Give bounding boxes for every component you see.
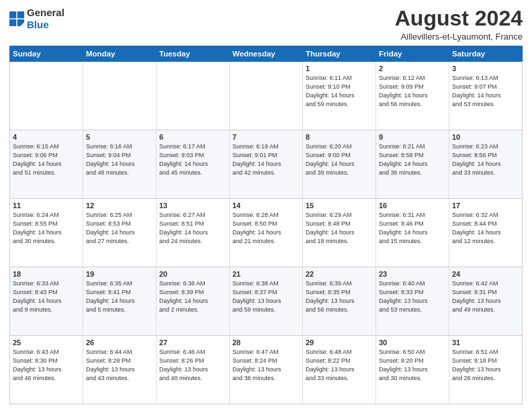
- day-info: Sunrise: 6:35 AM Sunset: 8:41 PM Dayligh…: [86, 279, 153, 314]
- page: General Blue August 2024 Aillevillers-et…: [0, 0, 532, 411]
- table-row: [230, 62, 303, 130]
- day-info: Sunrise: 6:33 AM Sunset: 8:43 PM Dayligh…: [13, 279, 80, 314]
- day-number: 30: [379, 338, 446, 347]
- table-row: 7Sunrise: 6:19 AM Sunset: 9:01 PM Daylig…: [230, 130, 303, 199]
- day-info: Sunrise: 6:27 AM Sunset: 8:51 PM Dayligh…: [159, 211, 226, 246]
- day-info: Sunrise: 6:25 AM Sunset: 8:53 PM Dayligh…: [86, 211, 153, 246]
- day-number: 23: [379, 270, 446, 278]
- col-tuesday: Tuesday: [157, 46, 230, 62]
- day-info: Sunrise: 6:46 AM Sunset: 8:26 PM Dayligh…: [159, 348, 226, 383]
- table-row: 21Sunrise: 6:38 AM Sunset: 8:37 PM Dayli…: [230, 267, 303, 336]
- day-info: Sunrise: 6:16 AM Sunset: 9:04 PM Dayligh…: [86, 142, 153, 177]
- logo: General Blue: [9, 7, 64, 31]
- table-row: 15Sunrise: 6:29 AM Sunset: 8:48 PM Dayli…: [303, 199, 376, 267]
- table-row: 2Sunrise: 6:12 AM Sunset: 9:09 PM Daylig…: [376, 62, 449, 130]
- table-row: 24Sunrise: 6:42 AM Sunset: 8:31 PM Dayli…: [449, 267, 523, 336]
- calendar-week-row: 11Sunrise: 6:24 AM Sunset: 8:55 PM Dayli…: [10, 199, 523, 267]
- title-block: August 2024 Aillevillers-et-Lyaumont, Fr…: [395, 7, 523, 42]
- col-wednesday: Wednesday: [230, 46, 303, 62]
- day-number: 3: [452, 64, 519, 73]
- col-saturday: Saturday: [449, 46, 523, 62]
- table-row: 12Sunrise: 6:25 AM Sunset: 8:53 PM Dayli…: [83, 199, 157, 267]
- day-number: 2: [379, 64, 446, 73]
- table-row: 17Sunrise: 6:32 AM Sunset: 8:44 PM Dayli…: [449, 199, 523, 267]
- calendar-week-row: 1Sunrise: 6:11 AM Sunset: 9:10 PM Daylig…: [10, 62, 523, 130]
- day-number: 29: [306, 338, 373, 347]
- day-number: 13: [159, 201, 226, 210]
- day-info: Sunrise: 6:20 AM Sunset: 9:00 PM Dayligh…: [306, 142, 373, 177]
- header: General Blue August 2024 Aillevillers-et…: [9, 7, 523, 42]
- table-row: 18Sunrise: 6:33 AM Sunset: 8:43 PM Dayli…: [10, 267, 83, 336]
- day-info: Sunrise: 6:42 AM Sunset: 8:31 PM Dayligh…: [452, 279, 519, 314]
- table-row: 5Sunrise: 6:16 AM Sunset: 9:04 PM Daylig…: [83, 130, 157, 199]
- day-info: Sunrise: 6:21 AM Sunset: 8:58 PM Dayligh…: [379, 142, 446, 177]
- day-number: 17: [452, 201, 519, 210]
- logo-general: General: [27, 7, 64, 18]
- table-row: 14Sunrise: 6:28 AM Sunset: 8:50 PM Dayli…: [230, 199, 303, 267]
- day-number: 12: [86, 201, 153, 210]
- table-row: [157, 62, 230, 130]
- day-number: 1: [306, 64, 373, 73]
- day-number: 27: [159, 338, 226, 347]
- col-monday: Monday: [83, 46, 157, 62]
- day-info: Sunrise: 6:15 AM Sunset: 9:06 PM Dayligh…: [13, 142, 80, 177]
- day-info: Sunrise: 6:17 AM Sunset: 9:03 PM Dayligh…: [159, 142, 226, 177]
- table-row: 13Sunrise: 6:27 AM Sunset: 8:51 PM Dayli…: [157, 199, 230, 267]
- day-number: 9: [379, 133, 446, 141]
- day-number: 6: [159, 133, 226, 141]
- day-info: Sunrise: 6:23 AM Sunset: 8:56 PM Dayligh…: [452, 142, 519, 177]
- day-info: Sunrise: 6:31 AM Sunset: 8:46 PM Dayligh…: [379, 211, 446, 246]
- table-row: 31Sunrise: 6:51 AM Sunset: 8:18 PM Dayli…: [449, 336, 523, 404]
- day-number: 20: [159, 270, 226, 278]
- col-thursday: Thursday: [303, 46, 376, 62]
- table-row: 9Sunrise: 6:21 AM Sunset: 8:58 PM Daylig…: [376, 130, 449, 199]
- day-number: 22: [306, 270, 373, 278]
- table-row: 30Sunrise: 6:50 AM Sunset: 8:20 PM Dayli…: [376, 336, 449, 404]
- day-number: 4: [13, 133, 80, 141]
- calendar-week-row: 25Sunrise: 6:43 AM Sunset: 8:30 PM Dayli…: [10, 336, 523, 404]
- day-info: Sunrise: 6:51 AM Sunset: 8:18 PM Dayligh…: [452, 348, 519, 383]
- day-number: 31: [452, 338, 519, 347]
- month-year: August 2024: [395, 7, 523, 30]
- table-row: 23Sunrise: 6:40 AM Sunset: 8:33 PM Dayli…: [376, 267, 449, 336]
- day-number: 26: [86, 338, 153, 347]
- logo-blue: Blue: [27, 19, 49, 30]
- day-info: Sunrise: 6:48 AM Sunset: 8:22 PM Dayligh…: [306, 348, 373, 383]
- day-number: 18: [13, 270, 80, 278]
- day-number: 7: [232, 133, 300, 141]
- logo-text: General Blue: [27, 7, 64, 31]
- table-row: 6Sunrise: 6:17 AM Sunset: 9:03 PM Daylig…: [157, 130, 230, 199]
- table-row: 8Sunrise: 6:20 AM Sunset: 9:00 PM Daylig…: [303, 130, 376, 199]
- table-row: 3Sunrise: 6:13 AM Sunset: 9:07 PM Daylig…: [449, 62, 523, 130]
- day-info: Sunrise: 6:47 AM Sunset: 8:24 PM Dayligh…: [232, 348, 300, 383]
- calendar-header-row: Sunday Monday Tuesday Wednesday Thursday…: [10, 46, 523, 62]
- day-number: 8: [306, 133, 373, 141]
- location: Aillevillers-et-Lyaumont, France: [395, 32, 523, 42]
- day-info: Sunrise: 6:11 AM Sunset: 9:10 PM Dayligh…: [306, 74, 373, 109]
- day-number: 14: [232, 201, 300, 210]
- day-info: Sunrise: 6:28 AM Sunset: 8:50 PM Dayligh…: [232, 211, 300, 246]
- calendar-week-row: 18Sunrise: 6:33 AM Sunset: 8:43 PM Dayli…: [10, 267, 523, 336]
- table-row: 25Sunrise: 6:43 AM Sunset: 8:30 PM Dayli…: [10, 336, 83, 404]
- table-row: 1Sunrise: 6:11 AM Sunset: 9:10 PM Daylig…: [303, 62, 376, 130]
- day-info: Sunrise: 6:32 AM Sunset: 8:44 PM Dayligh…: [452, 211, 519, 246]
- logo-icon: [9, 11, 24, 26]
- svg-rect-2: [9, 19, 16, 26]
- table-row: 28Sunrise: 6:47 AM Sunset: 8:24 PM Dayli…: [230, 336, 303, 404]
- svg-rect-0: [9, 11, 16, 18]
- calendar: Sunday Monday Tuesday Wednesday Thursday…: [9, 46, 523, 404]
- table-row: [10, 62, 83, 130]
- calendar-week-row: 4Sunrise: 6:15 AM Sunset: 9:06 PM Daylig…: [10, 130, 523, 199]
- day-number: 16: [379, 201, 446, 210]
- day-number: 5: [86, 133, 153, 141]
- day-info: Sunrise: 6:38 AM Sunset: 8:37 PM Dayligh…: [232, 279, 300, 314]
- svg-rect-1: [17, 11, 24, 18]
- day-info: Sunrise: 6:40 AM Sunset: 8:33 PM Dayligh…: [379, 279, 446, 314]
- day-number: 25: [13, 338, 80, 347]
- day-info: Sunrise: 6:19 AM Sunset: 9:01 PM Dayligh…: [232, 142, 300, 177]
- table-row: 19Sunrise: 6:35 AM Sunset: 8:41 PM Dayli…: [83, 267, 157, 336]
- day-info: Sunrise: 6:50 AM Sunset: 8:20 PM Dayligh…: [379, 348, 446, 383]
- day-info: Sunrise: 6:36 AM Sunset: 8:39 PM Dayligh…: [159, 279, 226, 314]
- day-number: 11: [13, 201, 80, 210]
- table-row: 29Sunrise: 6:48 AM Sunset: 8:22 PM Dayli…: [303, 336, 376, 404]
